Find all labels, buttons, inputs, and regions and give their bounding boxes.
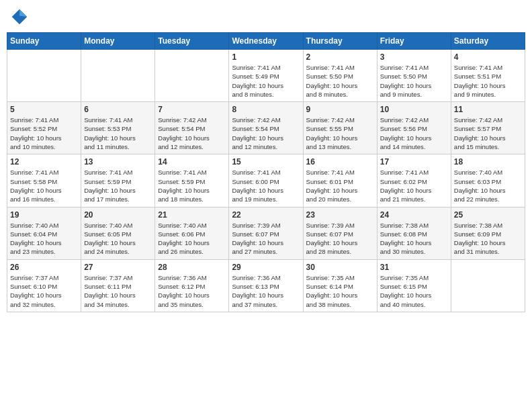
day-number: 3 (380, 52, 448, 62)
calendar-cell: 14Sunrise: 7:41 AM Sunset: 5:59 PM Dayli… (155, 154, 229, 207)
weekday-header: Tuesday (155, 33, 229, 50)
calendar-week-row: 1Sunrise: 7:41 AM Sunset: 5:49 PM Daylig… (7, 50, 525, 102)
day-number: 2 (306, 52, 374, 62)
day-info: Sunrise: 7:41 AM Sunset: 5:51 PM Dayligh… (454, 63, 522, 99)
day-info: Sunrise: 7:38 AM Sunset: 6:08 PM Dayligh… (380, 221, 448, 257)
logo (9, 7, 32, 27)
day-info: Sunrise: 7:39 AM Sunset: 6:07 PM Dayligh… (232, 221, 300, 257)
calendar-cell: 15Sunrise: 7:41 AM Sunset: 6:00 PM Dayli… (229, 154, 303, 207)
calendar-cell: 4Sunrise: 7:41 AM Sunset: 5:51 PM Daylig… (451, 50, 525, 102)
calendar-cell: 30Sunrise: 7:35 AM Sunset: 6:14 PM Dayli… (303, 259, 377, 312)
calendar-cell: 3Sunrise: 7:41 AM Sunset: 5:50 PM Daylig… (377, 50, 451, 102)
weekday-header: Thursday (303, 33, 377, 50)
calendar-cell: 6Sunrise: 7:41 AM Sunset: 5:53 PM Daylig… (81, 102, 155, 154)
weekday-header: Wednesday (229, 33, 303, 50)
day-number: 25 (454, 210, 522, 220)
calendar-cell (7, 50, 81, 102)
day-number: 19 (10, 210, 78, 220)
day-info: Sunrise: 7:42 AM Sunset: 5:55 PM Dayligh… (306, 116, 374, 151)
day-info: Sunrise: 7:40 AM Sunset: 6:06 PM Dayligh… (158, 221, 226, 257)
day-info: Sunrise: 7:35 AM Sunset: 6:15 PM Dayligh… (380, 273, 448, 309)
logo-icon (9, 7, 30, 27)
day-number: 31 (380, 263, 448, 272)
day-number: 6 (84, 105, 152, 114)
weekday-header: Monday (81, 33, 155, 50)
day-number: 8 (232, 105, 300, 114)
calendar-cell: 19Sunrise: 7:40 AM Sunset: 6:04 PM Dayli… (7, 207, 81, 259)
calendar-cell: 10Sunrise: 7:42 AM Sunset: 5:56 PM Dayli… (377, 102, 451, 154)
day-number: 1 (232, 52, 300, 62)
calendar-body: 1Sunrise: 7:41 AM Sunset: 5:49 PM Daylig… (7, 50, 525, 312)
day-info: Sunrise: 7:41 AM Sunset: 5:49 PM Dayligh… (232, 63, 300, 99)
day-number: 24 (380, 210, 448, 220)
day-number: 9 (306, 105, 374, 114)
day-info: Sunrise: 7:36 AM Sunset: 6:13 PM Dayligh… (232, 273, 300, 309)
day-info: Sunrise: 7:41 AM Sunset: 5:59 PM Dayligh… (84, 168, 152, 203)
day-number: 26 (10, 263, 78, 272)
calendar-cell: 1Sunrise: 7:41 AM Sunset: 5:49 PM Daylig… (229, 50, 303, 102)
day-number: 29 (232, 263, 300, 272)
day-info: Sunrise: 7:40 AM Sunset: 6:04 PM Dayligh… (10, 221, 78, 257)
day-number: 22 (232, 210, 300, 220)
calendar-cell (155, 50, 229, 102)
day-info: Sunrise: 7:41 AM Sunset: 5:58 PM Dayligh… (10, 168, 78, 203)
day-number: 4 (454, 52, 522, 62)
calendar-cell: 29Sunrise: 7:36 AM Sunset: 6:13 PM Dayli… (229, 259, 303, 312)
calendar-cell: 20Sunrise: 7:40 AM Sunset: 6:05 PM Dayli… (81, 207, 155, 259)
calendar-week-row: 26Sunrise: 7:37 AM Sunset: 6:10 PM Dayli… (7, 259, 525, 312)
calendar-cell: 7Sunrise: 7:42 AM Sunset: 5:54 PM Daylig… (155, 102, 229, 154)
day-number: 11 (454, 105, 522, 114)
day-info: Sunrise: 7:36 AM Sunset: 6:12 PM Dayligh… (158, 273, 226, 309)
page-header (7, 7, 525, 27)
day-number: 7 (158, 105, 226, 114)
day-info: Sunrise: 7:42 AM Sunset: 5:57 PM Dayligh… (454, 116, 522, 151)
calendar-table: SundayMondayTuesdayWednesdayThursdayFrid… (7, 32, 525, 312)
day-info: Sunrise: 7:40 AM Sunset: 6:05 PM Dayligh… (84, 221, 152, 257)
calendar-week-row: 12Sunrise: 7:41 AM Sunset: 5:58 PM Dayli… (7, 154, 525, 207)
weekday-header: Sunday (7, 33, 81, 50)
calendar-cell (81, 50, 155, 102)
day-number: 17 (380, 157, 448, 167)
calendar-cell: 13Sunrise: 7:41 AM Sunset: 5:59 PM Dayli… (81, 154, 155, 207)
calendar-cell: 17Sunrise: 7:41 AM Sunset: 6:02 PM Dayli… (377, 154, 451, 207)
weekday-header: Saturday (451, 33, 525, 50)
calendar-cell: 2Sunrise: 7:41 AM Sunset: 5:50 PM Daylig… (303, 50, 377, 102)
day-number: 14 (158, 157, 226, 167)
day-number: 5 (10, 105, 78, 114)
day-number: 10 (380, 105, 448, 114)
day-number: 15 (232, 157, 300, 167)
day-info: Sunrise: 7:41 AM Sunset: 5:50 PM Dayligh… (380, 63, 448, 99)
day-info: Sunrise: 7:41 AM Sunset: 6:01 PM Dayligh… (306, 168, 374, 203)
calendar-cell: 22Sunrise: 7:39 AM Sunset: 6:07 PM Dayli… (229, 207, 303, 259)
day-info: Sunrise: 7:41 AM Sunset: 5:50 PM Dayligh… (306, 63, 374, 99)
day-info: Sunrise: 7:41 AM Sunset: 6:02 PM Dayligh… (380, 168, 448, 203)
day-number: 12 (10, 157, 78, 167)
calendar-week-row: 19Sunrise: 7:40 AM Sunset: 6:04 PM Dayli… (7, 207, 525, 259)
calendar-cell: 23Sunrise: 7:39 AM Sunset: 6:07 PM Dayli… (303, 207, 377, 259)
day-info: Sunrise: 7:41 AM Sunset: 5:53 PM Dayligh… (84, 116, 152, 151)
calendar-cell: 9Sunrise: 7:42 AM Sunset: 5:55 PM Daylig… (303, 102, 377, 154)
weekday-row: SundayMondayTuesdayWednesdayThursdayFrid… (7, 33, 525, 50)
day-number: 23 (306, 210, 374, 220)
day-number: 20 (84, 210, 152, 220)
day-number: 30 (306, 263, 374, 272)
calendar-cell (451, 259, 525, 312)
calendar-week-row: 5Sunrise: 7:41 AM Sunset: 5:52 PM Daylig… (7, 102, 525, 154)
calendar-cell: 28Sunrise: 7:36 AM Sunset: 6:12 PM Dayli… (155, 259, 229, 312)
calendar-cell: 21Sunrise: 7:40 AM Sunset: 6:06 PM Dayli… (155, 207, 229, 259)
day-number: 16 (306, 157, 374, 167)
day-info: Sunrise: 7:41 AM Sunset: 5:59 PM Dayligh… (158, 168, 226, 203)
calendar-cell: 31Sunrise: 7:35 AM Sunset: 6:15 PM Dayli… (377, 259, 451, 312)
day-info: Sunrise: 7:42 AM Sunset: 5:54 PM Dayligh… (232, 116, 300, 151)
calendar-cell: 8Sunrise: 7:42 AM Sunset: 5:54 PM Daylig… (229, 102, 303, 154)
day-info: Sunrise: 7:41 AM Sunset: 5:52 PM Dayligh… (10, 116, 78, 151)
calendar-cell: 5Sunrise: 7:41 AM Sunset: 5:52 PM Daylig… (7, 102, 81, 154)
day-info: Sunrise: 7:41 AM Sunset: 6:00 PM Dayligh… (232, 168, 300, 203)
day-number: 21 (158, 210, 226, 220)
day-number: 27 (84, 263, 152, 272)
day-info: Sunrise: 7:42 AM Sunset: 5:54 PM Dayligh… (158, 116, 226, 151)
day-info: Sunrise: 7:42 AM Sunset: 5:56 PM Dayligh… (380, 116, 448, 151)
svg-marker-1 (19, 9, 27, 17)
calendar-cell: 25Sunrise: 7:38 AM Sunset: 6:09 PM Dayli… (451, 207, 525, 259)
day-info: Sunrise: 7:37 AM Sunset: 6:11 PM Dayligh… (84, 273, 152, 309)
